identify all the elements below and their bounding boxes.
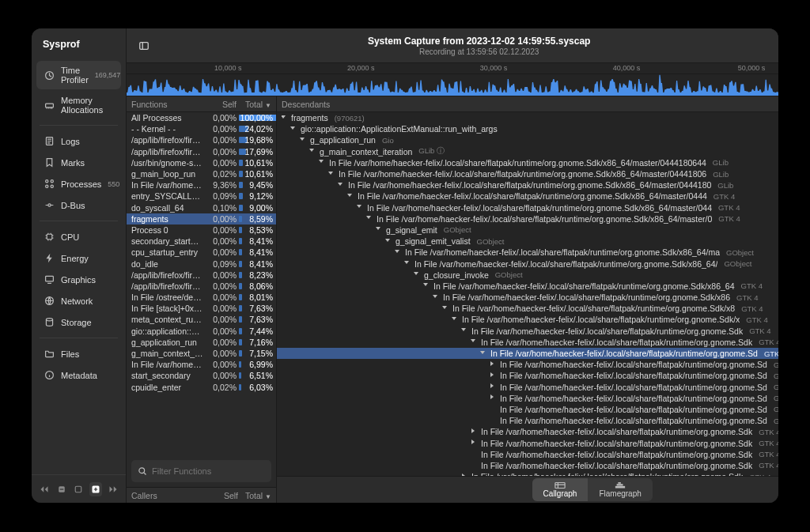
disclosure-icon[interactable] xyxy=(471,462,479,469)
function-row[interactable]: g_application_run0,00%7,16% xyxy=(127,337,276,348)
disclosure-icon[interactable] xyxy=(405,260,412,267)
disclosure-icon[interactable] xyxy=(481,350,488,357)
function-row[interactable]: g_main_context_itera0,00%7,15% xyxy=(127,348,276,359)
function-row[interactable]: /app/lib/firefox/firefo0,00%8,23% xyxy=(127,270,276,281)
sidebar-item-cpu[interactable]: CPU xyxy=(36,227,121,247)
disclosure-icon[interactable] xyxy=(433,294,441,301)
tree-row[interactable]: In File /var/home/haecker-felix/.local/s… xyxy=(277,449,778,460)
tree-row[interactable]: g_application_runGio0,00%7,16%12132 xyxy=(277,134,778,145)
sidebar-item-logs[interactable]: Logs xyxy=(36,131,121,151)
function-row[interactable]: do_syscall_640,10%9,00% xyxy=(127,202,276,213)
sidebar-item-storage[interactable]: Storage xyxy=(36,312,121,332)
sidebar-item-energy[interactable]: Energy xyxy=(36,248,121,268)
sidebar-item-dbus[interactable]: D-Bus xyxy=(36,195,121,215)
filter-functions[interactable] xyxy=(131,460,271,482)
tree-row[interactable]: In File /var/home/haecker-felix/.local/s… xyxy=(277,292,778,303)
disclosure-icon[interactable] xyxy=(490,372,498,379)
tree-row[interactable]: g_signal_emitGObject0,00%0,94%1590 xyxy=(277,224,778,236)
disclosure-icon[interactable] xyxy=(282,115,289,122)
disclosure-icon[interactable] xyxy=(310,148,317,155)
disclosure-icon[interactable] xyxy=(490,383,498,391)
tree-row[interactable]: In File /var/home/haecker-felix/.local/s… xyxy=(277,258,778,269)
tree-row[interactable]: In File /var/home/haecker-felix/.local/s… xyxy=(277,191,778,202)
tree-row[interactable]: In File /var/home/haecker-felix/.local/s… xyxy=(277,460,778,471)
disclosure-icon[interactable] xyxy=(471,451,479,458)
disclosure-icon[interactable] xyxy=(320,159,327,166)
disclosure-icon[interactable] xyxy=(367,215,374,222)
col-self[interactable]: Self xyxy=(205,491,238,500)
sidebar-item-processes[interactable]: Processes 550 xyxy=(36,174,121,194)
sidebar-item-marks[interactable]: Marks xyxy=(36,153,121,172)
function-row[interactable]: /app/lib/firefox/firefo0,00%19,68% xyxy=(127,134,276,145)
tree-row[interactable]: g_closure_invokeGObject0,00%0,84%1420 xyxy=(277,270,778,281)
tree-row[interactable]: In File /var/home/haecker-felix/.local/s… xyxy=(277,382,778,393)
tree-row[interactable]: In File /var/home/haecker-felix/.local/s… xyxy=(277,202,778,213)
disclosure-icon[interactable] xyxy=(471,428,479,436)
tab-flamegraph[interactable]: Flamegraph xyxy=(588,478,652,501)
sidebar-toggle-icon[interactable] xyxy=(133,35,155,57)
tree-row[interactable]: In File /var/home/haecker-felix/.local/s… xyxy=(277,426,778,437)
function-row[interactable]: /app/lib/firefox/firefo0,00%17,69% xyxy=(127,146,276,157)
prev-icon[interactable] xyxy=(38,482,51,496)
sidebar-item-network[interactable]: Network xyxy=(36,291,121,311)
disclosure-icon[interactable] xyxy=(339,182,346,189)
disclosure-icon[interactable] xyxy=(386,238,393,245)
tree-row[interactable]: In File /var/home/haecker-felix/.local/s… xyxy=(277,359,778,370)
tree-row[interactable]: g_main_context_iterationGLib ⓘ0,00%7,15%… xyxy=(277,146,778,157)
stop-icon[interactable] xyxy=(73,482,85,496)
tree-row[interactable]: In File /var/home/haecker-felix/.local/s… xyxy=(277,326,778,337)
filter-input[interactable] xyxy=(152,466,265,476)
function-row[interactable]: meta_context_run_m0,00%7,63% xyxy=(127,314,276,325)
tree-row[interactable]: fragments(970621)0,00%8,59%14570 xyxy=(277,112,778,123)
function-row[interactable]: /usr/bin/gnome-shell0,00%10,61% xyxy=(127,157,276,168)
col-callers[interactable]: Callers xyxy=(131,491,205,500)
function-row[interactable]: cpu_startup_entry0,00%8,41% xyxy=(127,247,276,258)
tab-callgraph[interactable]: Callgraph xyxy=(532,478,589,501)
add-icon[interactable] xyxy=(89,482,102,496)
tree-row[interactable]: g_signal_emit_valistGObject0,00%0,94%159… xyxy=(277,236,778,247)
disclosure-icon[interactable] xyxy=(490,394,498,402)
disclosure-icon[interactable] xyxy=(462,327,469,334)
sidebar-item-metadata[interactable]: Metadata xyxy=(36,365,121,385)
disclosure-icon[interactable] xyxy=(301,137,308,144)
function-row[interactable]: - - Kernel - -0,00%24,02% xyxy=(127,123,276,134)
disclosure-icon[interactable] xyxy=(424,282,431,289)
col-total[interactable]: Total▼ xyxy=(238,491,271,500)
disclosure-icon[interactable] xyxy=(396,249,403,256)
disclosure-icon[interactable] xyxy=(348,193,355,200)
col-functions[interactable]: Functions xyxy=(127,100,203,109)
function-row[interactable]: Process 00,00%8,53% xyxy=(127,224,276,236)
next-icon[interactable] xyxy=(107,482,119,496)
disclosure-icon[interactable] xyxy=(377,226,384,233)
disclosure-icon[interactable] xyxy=(414,271,422,278)
function-row[interactable]: In File [stack]+0x4b10,00%7,63% xyxy=(127,303,276,314)
disclosure-icon[interactable] xyxy=(490,406,498,413)
tree-row[interactable]: In File /var/home/haecker-felix/.local/s… xyxy=(277,179,778,191)
tree-row[interactable]: In File /var/home/haecker-felix/.local/s… xyxy=(277,370,778,381)
tree-row[interactable]: In File /var/home/haecker-felix/.local/s… xyxy=(277,415,778,426)
tree-row[interactable]: In File /var/home/haecker-felix/.local/s… xyxy=(277,213,778,224)
tree-row[interactable]: In File /var/home/haecker-felix/.local/s… xyxy=(277,393,778,404)
tree-row[interactable]: In File /var/home/haecker-felix/.local/s… xyxy=(277,348,778,359)
function-row[interactable]: /app/lib/firefox/firefo0,00%8,06% xyxy=(127,281,276,292)
disclosure-icon[interactable] xyxy=(471,440,479,447)
disclosure-icon[interactable] xyxy=(358,204,365,211)
functions-list[interactable]: All Processes0,00%100,00%- - Kernel - -0… xyxy=(127,112,276,455)
disclosure-icon[interactable] xyxy=(329,171,336,178)
tree-row[interactable]: gio::application::ApplicationExtManual::… xyxy=(277,123,778,134)
tree-row[interactable]: In File /var/home/haecker-felix/.local/s… xyxy=(277,168,778,179)
tree-row[interactable]: In File /var/home/haecker-felix/.local/s… xyxy=(277,157,778,168)
function-row[interactable]: start_secondary0,00%6,51% xyxy=(127,370,276,381)
sidebar-item-files[interactable]: Files xyxy=(36,344,121,364)
col-descendants[interactable]: Descendants xyxy=(277,100,778,109)
sidebar-item-time-profiler[interactable]: Time Profiler 169,547 xyxy=(36,61,121,89)
tree-row[interactable]: In File /var/home/haecker-felix/.local/s… xyxy=(277,247,778,258)
disclosure-icon[interactable] xyxy=(291,126,298,133)
function-row[interactable]: g_main_loop_run0,02%10,61% xyxy=(127,168,276,179)
tree-row[interactable]: In File /var/home/haecker-felix/.local/s… xyxy=(277,314,778,325)
sidebar-item-memory[interactable]: Memory Allocations xyxy=(36,91,121,119)
disclosure-icon[interactable] xyxy=(452,316,460,323)
function-row[interactable]: entry_SYSCALL_64_a0,09%9,12% xyxy=(127,191,276,202)
tree-row[interactable]: In File /var/home/haecker-felix/.local/s… xyxy=(277,437,778,448)
function-row[interactable]: In File /ostree/deploy0,00%8,01% xyxy=(127,292,276,303)
